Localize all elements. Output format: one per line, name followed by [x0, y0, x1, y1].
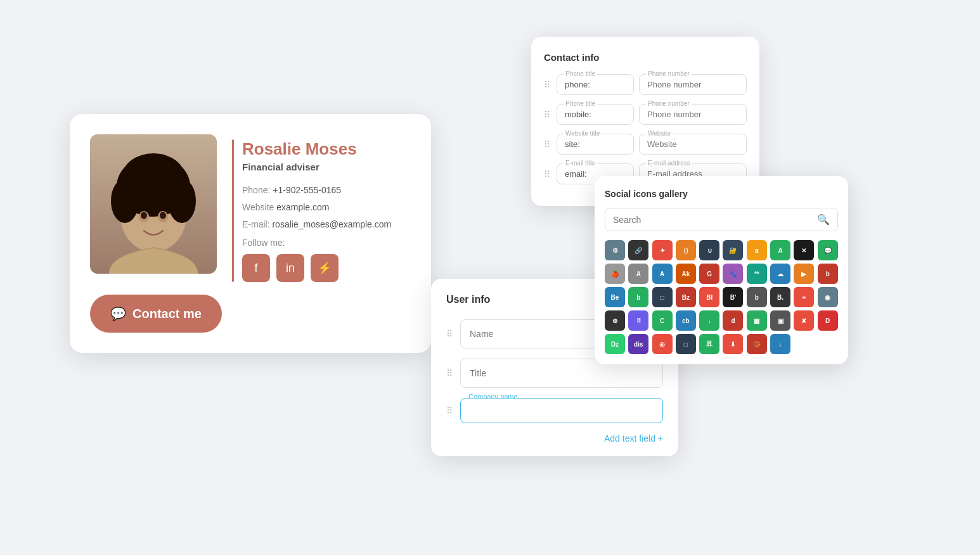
social-icon-15[interactable]: 🐾: [723, 264, 743, 284]
social-icon-21[interactable]: b: [628, 287, 648, 307]
follow-label: Follow me:: [242, 238, 411, 248]
card-info: Rosalie Moses Financial adviser Phone: +…: [232, 134, 411, 282]
website-title-field[interactable]: Website title: [557, 134, 634, 155]
social-icon-42[interactable]: ◎: [652, 334, 673, 354]
social-icon-26[interactable]: b: [747, 287, 767, 307]
social-icon-33[interactable]: cb: [676, 310, 696, 331]
card-website: Website example.com: [242, 201, 411, 214]
search-input[interactable]: [613, 215, 812, 225]
social-icon-9[interactable]: 💬: [818, 240, 838, 260]
card-phone: Phone: +1-902-555-0165: [242, 184, 411, 197]
social-icon-45[interactable]: ⬇: [723, 334, 743, 354]
svg-point-10: [141, 212, 147, 219]
drag-handle-company[interactable]: ⠿: [446, 405, 453, 416]
social-icon-1[interactable]: 🔗: [628, 240, 648, 260]
social-icon-27[interactable]: B.: [770, 287, 790, 307]
social-icon-38[interactable]: ✘: [794, 310, 814, 331]
social-icon-32[interactable]: C: [652, 310, 673, 331]
social-icon-34[interactable]: ↓: [699, 310, 719, 331]
mobile-title-input[interactable]: [565, 110, 626, 119]
contact-icon: 💬: [110, 306, 126, 321]
company-field-row: ⠿ Company name: [446, 398, 663, 423]
social-icon-13[interactable]: Ak: [676, 264, 696, 284]
mobile-number-input[interactable]: [647, 110, 738, 119]
drag-handle-website[interactable]: ⠿: [544, 139, 550, 150]
drag-handle-mobile[interactable]: ⠿: [544, 110, 550, 120]
social-icon-40[interactable]: Dz: [605, 334, 625, 354]
business-card: Rosalie Moses Financial adviser Phone: +…: [70, 114, 431, 353]
card-job-title: Financial adviser: [242, 162, 411, 172]
mobile-title-label: Phone title: [564, 100, 597, 107]
social-icon-17[interactable]: ☁: [770, 264, 790, 284]
gallery-title: Social icons gallery: [605, 189, 838, 199]
company-input[interactable]: [460, 398, 663, 423]
svg-point-7: [122, 153, 185, 201]
drag-handle-phone[interactable]: ⠿: [544, 80, 550, 90]
drag-handle-title[interactable]: ⠿: [446, 368, 453, 378]
website-title-input[interactable]: [565, 139, 626, 149]
mobile-field-group: Phone title Phone number: [557, 104, 747, 125]
social-icon-14[interactable]: G: [699, 264, 719, 284]
social-icon-8[interactable]: ✕: [794, 240, 814, 260]
social-icon-19[interactable]: b: [818, 264, 838, 284]
card-name: Rosalie Moses: [242, 139, 411, 159]
follow-section: Follow me: f in ⚡: [242, 238, 411, 282]
social-icon-41[interactable]: dis: [628, 334, 648, 354]
social-icon-43[interactable]: □: [676, 334, 696, 354]
phone-label: Phone:: [242, 185, 270, 195]
social-icon-25[interactable]: B': [723, 287, 743, 307]
card-email: E-mail: rosalie_moses@example.com: [242, 218, 411, 231]
social-icon-4[interactable]: ∪: [699, 240, 719, 260]
social-icon-11[interactable]: A: [628, 264, 648, 284]
website-url-field[interactable]: Website: [639, 134, 747, 155]
email-address-label: E-mail address: [646, 160, 692, 167]
social-icon-44[interactable]: 豆: [699, 334, 719, 354]
search-icon: 🔍: [817, 214, 830, 226]
social-icon-5[interactable]: 🔐: [723, 240, 743, 260]
social-icon-30[interactable]: ⊕: [605, 310, 625, 331]
social-icon-36[interactable]: ▦: [747, 310, 767, 331]
drag-handle-email[interactable]: ⠿: [544, 169, 550, 179]
social-icon-10[interactable]: 🍎: [605, 264, 625, 284]
social-icon-28[interactable]: ≡: [794, 287, 814, 307]
phone-number-field[interactable]: Phone number: [639, 74, 747, 95]
social-icon-24[interactable]: Bl: [699, 287, 719, 307]
social-icon-37[interactable]: ▣: [770, 310, 790, 331]
social-icon-39[interactable]: D: [818, 310, 838, 331]
social-gallery-panel: Social icons gallery 🔍 ⚙🔗✦⟨⟩∪🔐aA✕💬🍎AAAkG…: [595, 176, 848, 364]
phone-title-field[interactable]: Phone title: [557, 74, 634, 95]
social-icon-35[interactable]: d: [723, 310, 743, 331]
social-icon-47[interactable]: ↓: [770, 334, 790, 354]
social-icon-0[interactable]: ⚙: [605, 240, 625, 260]
social-icon-2[interactable]: ✦: [652, 240, 673, 260]
mobile-title-field[interactable]: Phone title: [557, 104, 634, 125]
social-icon-46[interactable]: 🏀: [747, 334, 767, 354]
social-icon-12[interactable]: A: [652, 264, 673, 284]
phone-field-row: ⠿ Phone title Phone number: [544, 74, 747, 95]
phone-number-input[interactable]: [647, 80, 738, 89]
social-icon-18[interactable]: ▶: [794, 264, 814, 284]
social-icon-22[interactable]: □: [652, 287, 673, 307]
contact-me-button[interactable]: 💬 Contact me: [90, 295, 222, 333]
phone-title-input[interactable]: [565, 80, 626, 89]
messenger-icon-btn[interactable]: ⚡: [311, 254, 338, 282]
website-title-label: Website title: [564, 130, 602, 137]
facebook-icon-btn[interactable]: f: [242, 254, 270, 282]
mobile-field-row: ⠿ Phone title Phone number: [544, 104, 747, 125]
social-icon-23[interactable]: Bz: [676, 287, 696, 307]
social-icon-3[interactable]: ⟨⟩: [676, 240, 696, 260]
linkedin-icon-btn[interactable]: in: [276, 254, 304, 282]
website-value: example.com: [276, 202, 329, 212]
social-icon-16[interactable]: **: [747, 264, 767, 284]
social-icon-6[interactable]: a: [747, 240, 767, 260]
drag-handle-name[interactable]: ⠿: [446, 329, 453, 339]
website-url-input[interactable]: [647, 139, 738, 149]
phone-title-label: Phone title: [564, 70, 597, 77]
social-icon-7[interactable]: A: [770, 240, 790, 260]
search-bar: 🔍: [605, 208, 838, 231]
mobile-number-field[interactable]: Phone number: [639, 104, 747, 125]
social-icon-31[interactable]: ⠿: [628, 310, 648, 331]
add-text-field-button[interactable]: Add text field +: [446, 433, 663, 443]
social-icon-20[interactable]: Be: [605, 287, 625, 307]
social-icon-29[interactable]: ◉: [818, 287, 838, 307]
